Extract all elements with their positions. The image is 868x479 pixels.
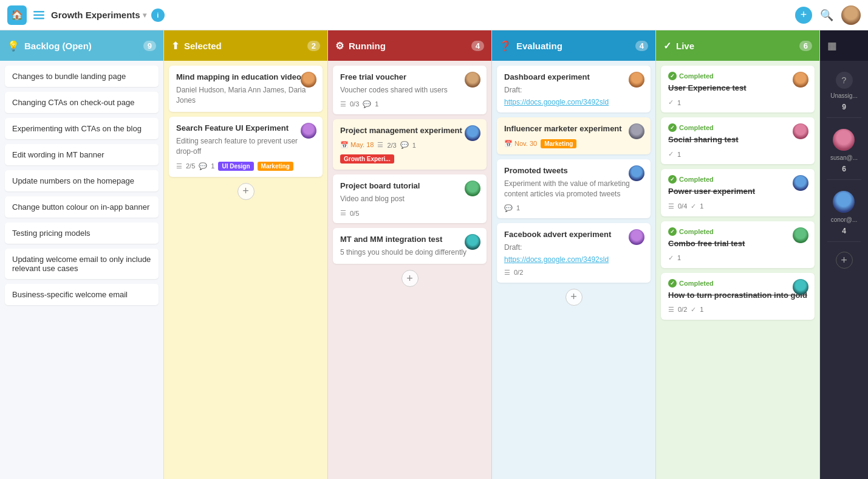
comment-count: 1: [211, 162, 214, 170]
home-button[interactable]: 🏠: [7, 5, 27, 25]
completed-icon: ✓: [668, 72, 677, 80]
table-row[interactable]: Promoted tweets Experiment with the valu…: [497, 159, 651, 218]
task-count: 0/2: [678, 306, 687, 313]
list-item[interactable]: Update numbers on the homepage: [5, 170, 159, 191]
panel-grid-icon: ▦: [827, 40, 836, 52]
add-card-button[interactable]: +: [566, 289, 583, 306]
table-row[interactable]: Mind mapping in education video Daniel H…: [169, 66, 323, 112]
card-title: Project management experiment: [340, 125, 479, 136]
card-title: Project board tutorial: [340, 181, 479, 191]
card-meta: ☰ 0/5: [340, 209, 479, 217]
svg-rect-1: [33, 14, 44, 16]
right-panel: ▦ ? Unassig... 9 susan@... 6 conor@... 4…: [820, 30, 868, 479]
chat-icon: 💬: [400, 141, 409, 149]
table-row[interactable]: Project board tutorial Video and blog po…: [333, 174, 487, 223]
running-count: 4: [471, 41, 484, 51]
completed-icon: ✓: [668, 123, 677, 132]
table-row[interactable]: Dashboard experiment Draft: https://docs…: [497, 66, 651, 112]
list-item[interactable]: Business-specific welcome email: [5, 284, 159, 305]
table-row[interactable]: Project management experiment 📅 May. 18 …: [333, 119, 487, 170]
unassigned-section: ? Unassig... 9: [827, 66, 861, 118]
running-cards: Free trial voucher Voucher codes shared …: [328, 61, 491, 479]
card-description: Editing search feature to prevent user d…: [176, 136, 315, 157]
selected-count: 2: [307, 41, 320, 51]
right-panel-body: ? Unassig... 9 susan@... 6 conor@... 4 +: [820, 61, 868, 479]
svg-rect-0: [33, 11, 44, 13]
table-row[interactable]: ✓ Completed Social sharing test ✓ 1: [661, 117, 815, 164]
add-card-button[interactable]: +: [238, 183, 255, 200]
info-icon[interactable]: i: [151, 9, 165, 22]
card-title: MT and MM integration test: [340, 234, 479, 245]
selected-label: Selected: [184, 41, 222, 51]
evaluating-cards: Dashboard experiment Draft: https://docs…: [492, 61, 655, 479]
list-item[interactable]: Change button colour on in-app banner: [5, 196, 159, 218]
table-row[interactable]: Free trial voucher Voucher codes shared …: [333, 66, 487, 114]
comment-count: 1: [700, 306, 703, 313]
card-title: Influencer marketer experiment: [504, 123, 643, 134]
completed-badge: ✓ Completed: [668, 227, 807, 236]
user-avatar[interactable]: [841, 5, 861, 25]
table-row[interactable]: Facebook advert experiment Draft: https:…: [497, 223, 651, 283]
avatar: [793, 123, 808, 139]
board-title-text: Growth Experiments: [51, 10, 140, 20]
card-meta: 💬 1: [504, 204, 643, 212]
card-meta: ☰ 0/4 ✓ 1: [668, 202, 807, 210]
list-item[interactable]: Testing pricing models: [5, 222, 159, 244]
card-meta: ☰ 0/2: [504, 269, 643, 277]
card-meta: ✓ 1: [668, 150, 807, 158]
check-count: 1: [700, 202, 703, 210]
card-title: Free trial voucher: [340, 72, 479, 83]
add-member-button[interactable]: +: [836, 252, 853, 269]
tasks-icon: ☰: [504, 269, 510, 277]
avatar: [465, 181, 480, 196]
list-item[interactable]: Updating welcome email to only include r…: [5, 249, 159, 279]
search-button[interactable]: 🔍: [817, 5, 836, 25]
selected-cards: Mind mapping in education video Daniel H…: [164, 61, 327, 479]
comment-count: 1: [677, 254, 681, 261]
chat-icon: 💬: [363, 100, 371, 108]
avatar: [301, 72, 316, 88]
avatar: [793, 175, 808, 191]
card-description: Video and blog post: [340, 194, 479, 204]
card-title: Dashboard experiment: [504, 72, 643, 83]
table-row[interactable]: Search Feature UI Experiment Editing sea…: [169, 117, 323, 177]
table-row[interactable]: ✓ Completed Combo free trial test ✓ 1: [661, 221, 815, 268]
right-panel-header: ▦: [820, 30, 868, 61]
avatar: [793, 279, 808, 295]
add-card-button[interactable]: +: [402, 270, 419, 287]
live-count: 6: [799, 41, 812, 51]
card-title: Mind mapping in education video: [176, 72, 315, 83]
card-link[interactable]: https://docs.google.com/3492sld: [504, 98, 643, 106]
table-row[interactable]: MT and MM integration test 5 things you …: [333, 228, 487, 264]
card-link[interactable]: https://docs.google.com/3492sld: [504, 255, 643, 264]
board-title[interactable]: Growth Experiments ▾: [51, 10, 146, 20]
unassigned-icon: ?: [836, 72, 853, 89]
evaluating-label: Evaluating: [516, 41, 562, 51]
card-title: Social sharing test: [668, 134, 807, 145]
tag-ui-design: UI Design: [218, 162, 253, 171]
tasks-icon: ☰: [340, 209, 346, 217]
column-backlog: 💡 Backlog (Open) 9 Changes to bundle lan…: [0, 30, 164, 479]
comment-count: 1: [375, 100, 378, 108]
list-item[interactable]: Changing CTAs on check-out page: [5, 92, 159, 113]
running-label: Running: [349, 41, 386, 51]
list-item[interactable]: Experimenting with CTAs on the blog: [5, 118, 159, 139]
list-item[interactable]: Changes to bundle landing page: [5, 66, 159, 87]
comment-count: 1: [677, 99, 681, 106]
list-item[interactable]: Edit wording in MT banner: [5, 144, 159, 165]
backlog-count: 9: [143, 41, 156, 51]
live-icon: ✓: [663, 40, 671, 52]
completed-badge: ✓ Completed: [668, 279, 807, 288]
avatar: [301, 123, 316, 139]
comment-count: 1: [677, 151, 681, 158]
evaluating-icon: ❓: [499, 40, 511, 52]
completed-badge: ✓ Completed: [668, 175, 807, 184]
add-button[interactable]: +: [795, 7, 812, 24]
table-row[interactable]: ✓ Completed Power user experiment ☰ 0/4 …: [661, 169, 815, 216]
card-draft: Draft:: [504, 243, 643, 253]
table-row[interactable]: Influencer marketer experiment 📅 Nov. 30…: [497, 117, 651, 154]
comment-count: 1: [412, 142, 416, 149]
table-row[interactable]: ✓ Completed User Experience test ✓ 1: [661, 66, 815, 112]
card-description: Experiment with the value of marketing c…: [504, 179, 643, 199]
table-row[interactable]: ✓ Completed How to turn procrastination …: [661, 273, 815, 320]
